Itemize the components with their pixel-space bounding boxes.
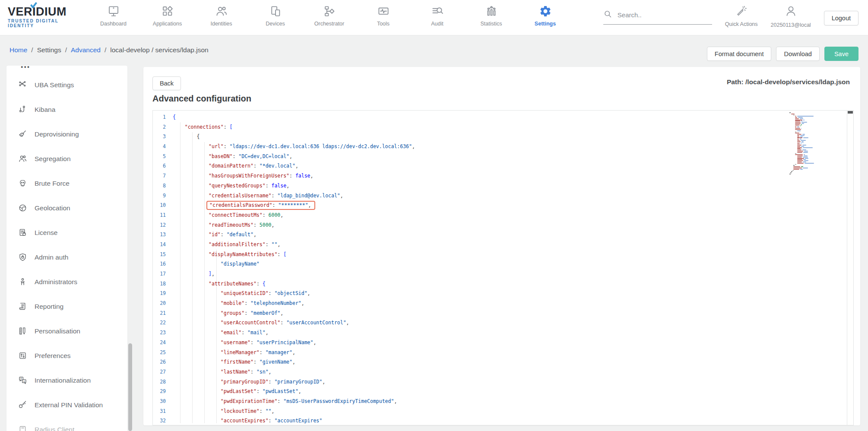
sidebar-item-uba-settings[interactable]: UBA Settings xyxy=(6,73,127,97)
code-line-16[interactable]: 16 "displayName" xyxy=(153,259,853,269)
code-line-2[interactable]: 2 "connections": [ xyxy=(153,122,853,132)
code-line-7[interactable]: 7 "hasGroupsWithForeignUsers": false, xyxy=(153,171,853,181)
code-line-30[interactable]: 30 "pwdExpirationTime": "msDS-UserPasswo… xyxy=(153,396,853,406)
code-line-24[interactable]: 24 "username": "userPrincipalName", xyxy=(153,338,853,348)
minimap-line xyxy=(789,118,846,119)
minimap-line xyxy=(789,152,846,153)
line-number: 21 xyxy=(153,308,173,318)
code-line-1[interactable]: 1{ xyxy=(153,112,853,122)
code-content: "displayName" xyxy=(173,259,853,269)
back-button[interactable]: Back xyxy=(152,76,181,90)
minimap-line xyxy=(789,148,846,149)
brand-name: VERIDIUM xyxy=(8,6,86,18)
download-button[interactable]: Download xyxy=(776,47,820,61)
sidebar-item-internationalization[interactable]: RAInternationalization xyxy=(6,368,127,393)
code-line-20[interactable]: 20 "mobile": "telephoneNumber", xyxy=(153,298,853,308)
nav-item-applications[interactable]: Applications xyxy=(140,0,194,35)
sidebar-item-segregation[interactable]: Segregation xyxy=(6,146,127,171)
code-line-9[interactable]: 9 "credentialsUsername": "ldap_bind@dev.… xyxy=(153,191,853,201)
nav-item-tools[interactable]: Tools xyxy=(356,0,410,35)
nav-item-devices[interactable]: Devices xyxy=(248,0,302,35)
kibana-icon xyxy=(18,105,27,114)
breadcrumb-advanced[interactable]: Advanced xyxy=(71,46,101,54)
nav-item-identities[interactable]: Identities xyxy=(194,0,248,35)
nav-item-statistics[interactable]: Statistics xyxy=(464,0,518,35)
breadcrumb-separator: / xyxy=(105,46,106,54)
sidebar-item-external-pin-validation[interactable]: External PIN Validation xyxy=(6,393,127,417)
nav-item-audit[interactable]: Audit xyxy=(410,0,464,35)
breadcrumb-home[interactable]: Home xyxy=(10,46,27,54)
json-editor[interactable]: 1{2 "connections": [3 {4 "url": "ldaps:/… xyxy=(152,110,854,425)
minimap-line xyxy=(789,162,846,162)
quick-actions-button[interactable]: Quick Actions xyxy=(725,0,758,27)
uba-settings-icon xyxy=(18,80,27,89)
internationalization-icon: RA xyxy=(18,376,27,385)
code-line-4[interactable]: 4 "url": "ldaps://dev-dc1.dev.local:636 … xyxy=(153,142,853,152)
format-document-button[interactable]: Format document xyxy=(707,47,772,61)
sidebar-item-admin-auth[interactable]: Admin auth xyxy=(6,245,127,269)
sidebar-item-personalisation[interactable]: Personalisation xyxy=(6,319,127,343)
user-menu[interactable]: 20250113@local xyxy=(771,0,811,28)
code-line-26[interactable]: 26 "firstName": "givenName", xyxy=(153,357,853,367)
sidebar-item-radius-client[interactable]: Radius Client xyxy=(6,417,127,431)
sidebar-item-brute-force[interactable]: Brute Force xyxy=(6,171,127,196)
code-line-18[interactable]: 18 "attributeNames": { xyxy=(153,279,853,289)
code-line-19[interactable]: 19 "uniqueStaticID": "objectSid", xyxy=(153,288,853,298)
code-line-27[interactable]: 27 "lastName": "sn", xyxy=(153,367,853,377)
nav-item-settings[interactable]: Settings xyxy=(518,0,572,35)
code-line-13[interactable]: 13 "id": "default", xyxy=(153,230,853,240)
minimap-line xyxy=(789,154,846,155)
code-content: "displayNameAttributes": [ xyxy=(173,250,853,260)
editor-scrollbar-thumb[interactable] xyxy=(848,111,853,114)
sidebar-item-geolocation[interactable]: Geolocation xyxy=(6,196,127,220)
code-content: "attributeNames": { xyxy=(173,279,853,289)
editor-minimap[interactable] xyxy=(789,112,846,298)
code-line-15[interactable]: 15 "displayNameAttributes": [ xyxy=(153,250,853,260)
code-line-32[interactable]: 32 "accountExpires": "accountExpires" xyxy=(153,416,853,425)
nav-item-orchestrator[interactable]: Orchestrator xyxy=(302,0,356,35)
nav-item-dashboard[interactable]: Dashboard xyxy=(86,0,140,35)
code-line-22[interactable]: 22 "userAccountControl": "userAccountCon… xyxy=(153,318,853,328)
sidebar-item-license[interactable]: License xyxy=(6,220,127,245)
sidebar-item-kibana[interactable]: Kibana xyxy=(6,97,127,122)
code-line-29[interactable]: 29 "pwdLastSet": "pwdLastSet", xyxy=(153,387,853,396)
code-line-21[interactable]: 21 "groups": "memberOf", xyxy=(153,308,853,318)
sidebar-scrollbar[interactable] xyxy=(128,343,132,431)
code-line-6[interactable]: 6 "domainPattern": "*dev.local", xyxy=(153,161,853,171)
editor-scrollbar[interactable] xyxy=(847,111,853,425)
sidebar-item-reporting[interactable]: Reporting xyxy=(6,294,127,319)
logout-button[interactable]: Logout xyxy=(824,11,858,25)
minimap-line xyxy=(789,126,846,127)
code-line-8[interactable]: 8 "queryNestedGroups": false, xyxy=(153,181,853,191)
code-line-12[interactable]: 12 "readTimeoutMs": 5000, xyxy=(153,220,853,230)
code-content: "mobile": "telephoneNumber", xyxy=(173,298,853,308)
code-line-14[interactable]: 14 "additionalFilters": "", xyxy=(153,240,853,250)
sidebar-item-preferences[interactable]: Preferences xyxy=(6,343,127,368)
line-number: 3 xyxy=(153,132,173,142)
minimap-line xyxy=(789,112,846,113)
code-line-31[interactable]: 31 "lockoutTime": "", xyxy=(153,406,853,416)
minimap-line xyxy=(789,159,846,160)
line-number: 23 xyxy=(153,328,173,338)
search-input[interactable] xyxy=(618,11,700,19)
code-line-25[interactable]: 25 "lineManager": "manager", xyxy=(153,348,853,358)
code-line-23[interactable]: 23 "email": "mail", xyxy=(153,328,853,338)
sidebar-partial-item-top: ●●● xyxy=(6,66,127,70)
code-line-5[interactable]: 5 "baseDN": "DC=dev,DC=local", xyxy=(153,152,853,162)
sidebar-item-administrators[interactable]: Administrators xyxy=(6,269,127,294)
code-line-10[interactable]: 10 "credentialsPassword": "********", xyxy=(153,200,853,210)
nav-label: Devices xyxy=(266,21,285,27)
sidebar-item-label: External PIN Validation xyxy=(35,401,103,409)
code-line-3[interactable]: 3 { xyxy=(153,132,853,142)
sidebar-item-deprovisioning[interactable]: Deprovisioning xyxy=(6,122,127,146)
code-line-11[interactable]: 11 "connectTimeoutMs": 6000, xyxy=(153,210,853,220)
save-button[interactable]: Save xyxy=(824,47,858,61)
minimap-line xyxy=(789,174,846,174)
magic-wand-icon xyxy=(735,5,747,18)
code-line-28[interactable]: 28 "primaryGroupID": "primaryGroupID", xyxy=(153,377,853,387)
line-number: 5 xyxy=(153,152,173,162)
nav-label: Orchestrator xyxy=(314,21,344,27)
brand-logo[interactable]: VERIDIUM TRUSTED DIGITAL IDENTITY xyxy=(0,0,86,35)
code-line-17[interactable]: 17 ], xyxy=(153,269,853,279)
sidebar-item-label: UBA Settings xyxy=(35,81,74,89)
